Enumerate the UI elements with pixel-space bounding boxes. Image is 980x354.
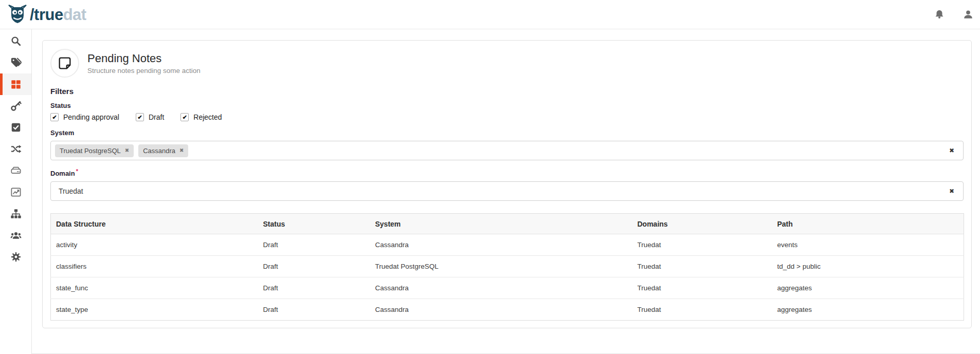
checkbox-label: Draft	[149, 113, 164, 121]
system-chip-cassandra: Cassandra ✖	[138, 144, 188, 157]
page-icon-circle	[50, 49, 79, 78]
page-header: Pending Notes Structure notes pending so…	[50, 49, 964, 78]
cell-domains: Truedat	[632, 299, 772, 321]
column-header-system[interactable]: System	[370, 214, 632, 234]
system-chip-truedat-postgresql: Truedat PostgreSQL ✖	[55, 144, 134, 157]
cell-status: Draft	[258, 299, 370, 321]
sidebar-item-key[interactable]	[0, 95, 31, 117]
tags-icon	[10, 57, 22, 68]
cell-path: events	[772, 234, 964, 256]
cell-system: Cassandra	[370, 277, 632, 299]
sidebar-item-check-square[interactable]	[0, 117, 31, 138]
cell-data-structure[interactable]: classifiers	[51, 256, 258, 277]
sidebar-item-sitemap[interactable]	[0, 203, 31, 225]
brand-dark-part: /true	[30, 6, 63, 24]
checkbox-rejected[interactable]: ✔ Rejected	[180, 113, 222, 121]
column-header-status[interactable]: Status	[258, 214, 370, 234]
note-icon	[57, 55, 72, 71]
header-actions	[934, 9, 974, 20]
line-chart-icon	[10, 187, 22, 198]
search-icon	[10, 35, 22, 47]
status-checkbox-row: ✔ Pending approval ✔ Draft ✔ Rejected	[50, 113, 964, 121]
domain-label-text: Domain	[50, 170, 75, 177]
system-filter-label: System	[50, 129, 964, 137]
table-header-row: Data Structure Status System Domains Pat…	[51, 214, 964, 234]
status-filter-label: Status	[50, 102, 964, 109]
sidebar-item-settings[interactable]	[0, 246, 31, 268]
sidebar-item-line-chart[interactable]	[0, 181, 31, 203]
cell-system: Cassandra	[370, 299, 632, 321]
users-icon	[10, 230, 22, 241]
cell-domains: Truedat	[632, 234, 772, 256]
cell-path: aggregates	[772, 299, 964, 321]
checkbox-label: Pending approval	[63, 113, 119, 121]
cell-system: Cassandra	[370, 234, 632, 256]
domain-clear-icon[interactable]: ✖	[949, 188, 954, 194]
sidebar-item-tags[interactable]	[0, 52, 31, 73]
table-row[interactable]: state_func Draft Cassandra Truedat aggre…	[51, 277, 964, 299]
page-title: Pending Notes	[87, 52, 201, 65]
cell-data-structure[interactable]: activity	[51, 234, 258, 256]
cell-data-structure[interactable]: state_type	[51, 299, 258, 321]
notifications-bell-icon[interactable]	[934, 9, 945, 20]
cell-domains: Truedat	[632, 277, 772, 299]
sidebar-item-shuffle[interactable]	[0, 138, 31, 160]
top-header-bar: /truedat	[0, 0, 980, 29]
chip-remove-icon[interactable]: ✖	[179, 148, 184, 153]
sidebar-item-search[interactable]	[0, 30, 31, 52]
column-header-domains[interactable]: Domains	[632, 214, 772, 234]
domain-select[interactable]: Truedat ✖	[50, 181, 964, 201]
sidebar-nav	[0, 29, 32, 354]
shuffle-icon	[10, 143, 22, 155]
check-square-icon	[10, 122, 22, 133]
brand-light-part: dat	[63, 6, 86, 24]
checkbox-label: Rejected	[193, 113, 222, 121]
pending-notes-table: Data Structure Status System Domains Pat…	[50, 213, 964, 321]
system-multiselect[interactable]: Truedat PostgreSQL ✖ Cassandra ✖ ✖	[50, 141, 964, 160]
user-avatar-icon[interactable]	[963, 9, 974, 20]
table-row[interactable]: classifiers Draft Truedat PostgreSQL Tru…	[51, 256, 964, 277]
brand-wordmark: /truedat	[30, 7, 86, 23]
cell-data-structure[interactable]: state_func	[51, 277, 258, 299]
truedat-logo[interactable]: /truedat	[7, 4, 86, 25]
required-asterisk: *	[76, 168, 78, 174]
table-row[interactable]: activity Draft Cassandra Truedat events	[51, 234, 964, 256]
chip-remove-icon[interactable]: ✖	[125, 148, 129, 153]
page-subtitle: Structure notes pending some action	[87, 67, 201, 74]
pending-notes-card: Pending Notes Structure notes pending so…	[42, 40, 972, 328]
cell-domains: Truedat	[632, 256, 772, 277]
cell-status: Draft	[258, 256, 370, 277]
gear-icon	[10, 251, 22, 263]
hard-drive-icon	[10, 165, 22, 176]
checkbox-checked-icon[interactable]: ✔	[180, 113, 189, 121]
chip-label: Cassandra	[143, 147, 175, 155]
checkbox-pending-approval[interactable]: ✔ Pending approval	[50, 113, 119, 121]
key-icon	[10, 100, 22, 111]
cell-system: Truedat PostgreSQL	[370, 256, 632, 277]
chip-label: Truedat PostgreSQL	[60, 147, 121, 155]
domain-filter-label: Domain*	[50, 168, 964, 177]
grid-icon	[10, 79, 22, 90]
cell-status: Draft	[258, 234, 370, 256]
sidebar-item-grid-active[interactable]	[0, 73, 31, 95]
checkbox-checked-icon[interactable]: ✔	[50, 113, 59, 121]
cell-status: Draft	[258, 277, 370, 299]
checkbox-checked-icon[interactable]: ✔	[136, 113, 144, 121]
checkbox-draft[interactable]: ✔ Draft	[136, 113, 164, 121]
page-title-block: Pending Notes Structure notes pending so…	[87, 52, 201, 74]
owl-logo-icon	[7, 4, 28, 25]
table-row[interactable]: state_type Draft Cassandra Truedat aggre…	[51, 299, 964, 321]
domain-selected-value: Truedat	[59, 187, 83, 195]
cell-path: aggregates	[772, 277, 964, 299]
sidebar-item-users[interactable]	[0, 225, 31, 246]
filters-heading: Filters	[50, 87, 964, 96]
column-header-path[interactable]: Path	[772, 214, 964, 234]
cell-path: td_dd > public	[772, 256, 964, 277]
sidebar-item-hard-drive[interactable]	[0, 160, 31, 181]
system-clear-icon[interactable]: ✖	[949, 147, 954, 154]
column-header-data-structure[interactable]: Data Structure	[51, 214, 258, 234]
sitemap-icon	[10, 208, 22, 219]
